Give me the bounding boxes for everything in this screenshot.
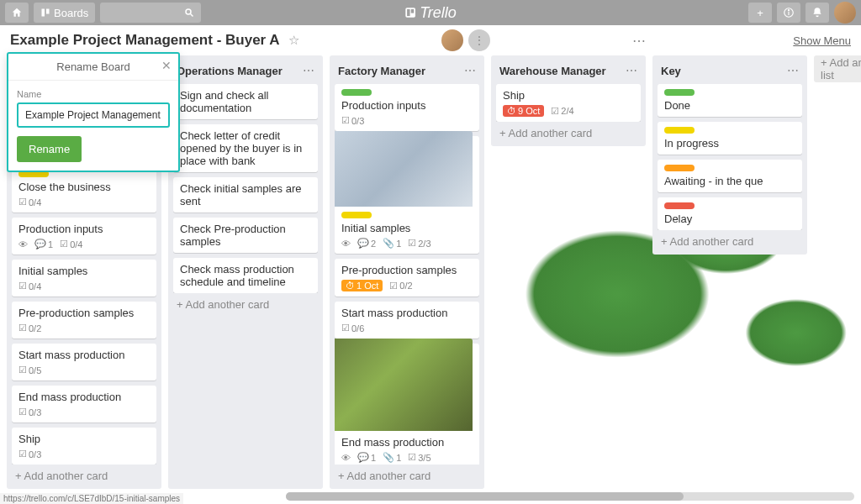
add-card-button[interactable]: + Add another card — [12, 465, 156, 484]
card-title: Check mass production schedule and timel… — [180, 263, 294, 288]
list-menu-icon[interactable]: ⋯ — [787, 64, 799, 77]
create-button[interactable]: + — [748, 3, 772, 23]
card[interactable]: Close the business ☑ 0/4 — [12, 165, 156, 213]
label-green — [664, 89, 695, 96]
card[interactable]: Check initial samples are sent — [173, 177, 318, 213]
star-icon[interactable]: ☆ — [288, 33, 299, 48]
add-list-button[interactable]: + Add another list — [814, 55, 861, 82]
card-title: Close the business — [18, 181, 150, 193]
checklist-badge: ☑ 0/4 — [18, 197, 41, 207]
list-title[interactable]: Warehouse Manager — [499, 65, 626, 77]
add-card-button[interactable]: + Add another card — [658, 230, 802, 249]
card-title: Check letter of credit opened by the buy… — [180, 129, 302, 167]
card[interactable]: Check Pre-production samples — [173, 218, 318, 253]
card[interactable]: Delay — [658, 197, 802, 230]
due-date-badge: ⏱ 9 Oct — [503, 105, 544, 117]
checklist-badge: ☑ 0/6 — [341, 323, 364, 333]
boards-button[interactable]: Boards — [34, 3, 95, 23]
checklist-badge: ☑ 2/4 — [551, 106, 573, 117]
label-green — [341, 89, 372, 96]
card-title: End mass production — [18, 391, 150, 403]
card[interactable]: Ship ☑ 0/3 — [12, 428, 156, 465]
card-title: Delay — [664, 213, 692, 225]
card[interactable]: Ship ⏱ 9 Oct ☑ 2/4 — [496, 84, 641, 122]
card[interactable]: Initial samples 👁 💬 2 📎 1 ☑ 2/3 — [335, 136, 479, 254]
header-right: + — [748, 2, 856, 24]
list-operations-manager: Operations Manager⋯ Sign and check all d… — [168, 55, 323, 489]
checklist-badge: ☑ 0/5 — [18, 365, 41, 375]
add-card-button[interactable]: + Add another card — [335, 465, 479, 484]
rename-button[interactable]: Rename — [17, 136, 82, 162]
show-menu-link[interactable]: Show Menu — [793, 34, 851, 47]
attachment-badge: 📎 1 — [383, 238, 401, 249]
add-card-button[interactable]: + Add another card — [173, 293, 318, 312]
card[interactable]: Production inputs ☑ 0/3 — [335, 84, 479, 131]
svg-rect-5 — [407, 9, 410, 16]
horizontal-scrollbar[interactable] — [286, 492, 854, 501]
member-avatar[interactable] — [441, 29, 463, 51]
list-title[interactable]: Key — [661, 65, 787, 77]
card[interactable]: Start mass production ☑ 0/6 — [335, 302, 479, 339]
svg-point-2 — [186, 9, 191, 14]
popover-header: Rename Board ✕ — [8, 54, 178, 81]
card-cover-image — [335, 131, 473, 207]
notifications-button[interactable] — [806, 3, 829, 23]
card[interactable]: Production inputs 👁 💬 1 ☑ 0/4 — [12, 218, 156, 255]
boards-label: Boards — [54, 7, 88, 19]
list-menu-icon[interactable]: ⋯ — [303, 64, 314, 77]
card-title: Check Pre-production samples — [180, 223, 286, 248]
info-button[interactable] — [777, 3, 800, 23]
card-title: Pre-production samples — [18, 307, 150, 319]
close-icon[interactable]: ✕ — [161, 59, 172, 72]
label-red — [664, 202, 695, 209]
card-title: Sign and check all documentation — [180, 89, 269, 114]
list-title[interactable]: Operations Manager — [177, 65, 303, 77]
name-field-label: Name — [17, 89, 170, 99]
popover-title: Rename Board — [56, 60, 129, 73]
checklist-badge: ☑ 0/2 — [389, 281, 412, 291]
card[interactable]: End mass production 👁 💬 1 📎 1 ☑ 3/5 — [335, 344, 479, 465]
board-title[interactable]: Example Project Management - Buyer A — [10, 32, 280, 49]
rename-board-popover: Rename Board ✕ Name Rename — [7, 52, 180, 172]
card[interactable]: Check mass production schedule and timel… — [173, 258, 318, 293]
card-title: Check initial samples are sent — [180, 182, 302, 207]
card[interactable]: Sign and check all documentation — [173, 84, 318, 119]
card[interactable]: Initial samples ☑ 0/4 — [12, 260, 156, 297]
status-bar-url: https://trello.com/c/LSE7dIbD/15-initial… — [0, 493, 183, 504]
checklist-badge: ☑ 0/4 — [60, 239, 82, 249]
list-title[interactable]: Factory Manager — [338, 65, 464, 77]
search-input[interactable] — [100, 3, 201, 23]
label-yellow — [341, 212, 372, 218]
card-title: Done — [664, 99, 690, 112]
add-card-button[interactable]: + Add another card — [496, 122, 641, 141]
card[interactable]: Pre-production samples ⏱ 1 Oct ☑ 0/2 — [335, 259, 479, 297]
list-menu-icon[interactable]: ⋯ — [464, 64, 476, 77]
card[interactable]: End mass production ☑ 0/3 — [12, 386, 156, 423]
card-title: Initial samples — [341, 222, 473, 234]
scrollbar-thumb[interactable] — [286, 492, 684, 501]
list-factory-manager: Factory Manager⋯ Production inputs ☑ 0/3… — [330, 55, 484, 489]
card[interactable]: In progress — [658, 122, 802, 155]
card-title: Production inputs — [341, 99, 473, 112]
card[interactable]: Pre-production samples ☑ 0/2 — [12, 302, 156, 339]
due-date-badge: ⏱ 1 Oct — [341, 280, 383, 291]
list-menu-icon[interactable]: ⋯ — [626, 64, 637, 77]
card-title: Production inputs — [18, 223, 150, 235]
add-member-button[interactable]: ⋮ — [468, 29, 490, 51]
card[interactable]: Awaiting - in the que — [658, 160, 802, 192]
board-name-input[interactable] — [17, 102, 170, 128]
global-header: Boards Trello + — [0, 0, 861, 25]
home-button[interactable] — [5, 3, 29, 23]
comments-badge: 💬 2 — [357, 238, 376, 249]
card[interactable]: Start mass production ☑ 0/5 — [12, 344, 156, 381]
checklist-badge: ☑ 0/2 — [18, 323, 41, 333]
user-avatar[interactable] — [834, 2, 856, 24]
attachment-badge: 📎 1 — [383, 452, 401, 463]
card-title: Start mass production — [341, 307, 473, 319]
card[interactable]: Check letter of credit opened by the buy… — [173, 124, 318, 172]
trello-logo: Trello — [404, 4, 457, 22]
card[interactable]: Done — [658, 84, 802, 117]
checklist-badge: ☑ 0/3 — [18, 449, 41, 459]
card-title: End mass production — [341, 436, 473, 449]
card-title: Awaiting - in the que — [664, 175, 763, 187]
